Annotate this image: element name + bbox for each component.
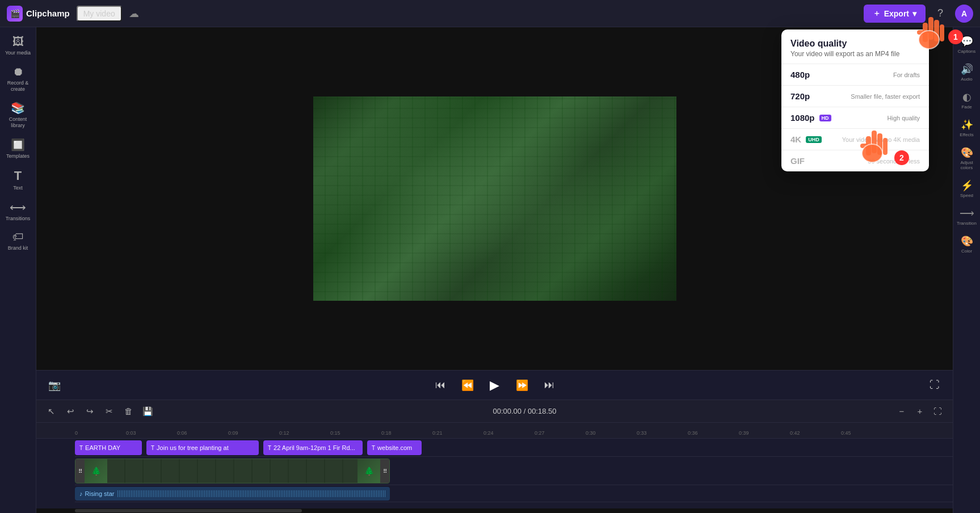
text-clip-icon-3: T: [268, 445, 271, 451]
your-media-icon: 🖼: [12, 35, 24, 48]
sidebar-item-captions[interactable]: 💬 Captions: [956, 32, 978, 57]
delete-tool-button[interactable]: 🗑: [120, 403, 136, 419]
sidebar-item-your-media[interactable]: 🖼 Your media: [2, 32, 34, 60]
player-controls: 📷 ⏮ ⏪ ▶ ⏩ ⏭ ⛶: [36, 370, 953, 400]
timeline-area: ↖ ↩ ↪ ✂ 🗑 💾 00:00.00 / 00:18.50 − + ⛶ 0: [36, 400, 953, 513]
export-4k-badge: UHD: [806, 136, 822, 143]
export-option-720p[interactable]: 720p Smaller file, faster export: [781, 85, 929, 107]
export-option-4k[interactable]: 4K UHD Your video has no 4K media: [781, 128, 929, 150]
ruler-tick-6: 0:06: [177, 430, 187, 436]
video-clip-main[interactable]: ⠿ 🌲 🌲 ⠿: [75, 459, 390, 483]
export-gif-label: GIF: [790, 156, 805, 166]
ruler-tick-3: 0:03: [126, 430, 136, 436]
video-track: ⠿ 🌲 🌲 ⠿: [75, 457, 953, 485]
text-clip-join-us[interactable]: T Join us for tree planting at: [146, 440, 259, 455]
video-title[interactable]: My video: [77, 6, 122, 22]
audio-clip-rising-star[interactable]: ♪ Rising star: [75, 487, 390, 501]
player-right-controls: ⛶: [926, 376, 944, 394]
audio-icon: ♪: [79, 490, 83, 497]
export-1080p-label: 1080p: [790, 113, 815, 123]
sidebar-item-effects[interactable]: ✨ Effects: [956, 115, 978, 141]
skip-back-button[interactable]: ⏮: [431, 376, 449, 394]
right-sidebar: 💬 Captions 🔊 Audio ◐ Fade ✨ Effects 🎨 Ad…: [953, 27, 980, 513]
export-button[interactable]: ＋ Export ▾: [864, 5, 926, 23]
timeline-tracks: T EARTH DAY T Join us for tree planting …: [36, 439, 953, 502]
content-library-icon: 📚: [11, 101, 25, 115]
sidebar-item-color[interactable]: 🎨 Color: [956, 232, 978, 257]
user-avatar[interactable]: A: [955, 5, 973, 23]
captions-label: Captions: [958, 49, 976, 54]
video-frame: [313, 96, 676, 301]
sidebar-item-fade[interactable]: ◐ Fade: [956, 87, 978, 113]
topbar: 🎬 Clipchamp My video ☁ ＋ Export ▾ ? A: [0, 0, 980, 27]
export-option-1080p[interactable]: 1080p HD High quality: [781, 107, 929, 128]
forward-button[interactable]: ⏩: [513, 376, 531, 394]
clip-handle-left[interactable]: ⠿: [75, 459, 85, 483]
rewind-button[interactable]: ⏪: [459, 376, 477, 394]
adjust-colors-icon: 🎨: [961, 146, 973, 159]
sidebar-item-brand-kit[interactable]: 🏷 Brand kit: [2, 227, 34, 255]
text-clip-website[interactable]: T website.com: [367, 440, 422, 455]
sidebar-item-content-library[interactable]: 📚 Content library: [2, 98, 34, 132]
ruler-tick-24: 0:24: [483, 430, 494, 436]
timeline-scroll[interactable]: [36, 508, 953, 513]
export-chevron-icon: ▾: [912, 9, 916, 18]
export-option-480p[interactable]: 480p For drafts: [781, 64, 929, 85]
help-button[interactable]: ?: [931, 5, 949, 23]
export-gif-note: 30 seconds or less: [868, 158, 920, 165]
sidebar-item-transitions[interactable]: ⟷ Transitions: [2, 197, 34, 225]
sidebar-item-label-record-create: Record & create: [7, 80, 29, 92]
ruler-tick-18: 0:18: [381, 430, 392, 436]
cut-tool-button[interactable]: ✂: [101, 403, 117, 419]
video-clip-thumb-1: 🌲: [85, 459, 107, 483]
export-option-480p-left: 480p: [790, 70, 810, 79]
app-name: Clipchamp: [26, 9, 70, 18]
undo-button[interactable]: ↩: [62, 403, 78, 419]
redo-button[interactable]: ↪: [82, 403, 98, 419]
zoom-out-button[interactable]: −: [894, 403, 910, 419]
tree-texture: [313, 96, 676, 301]
sidebar-item-record-create[interactable]: ⏺ Record & create: [2, 62, 34, 96]
export-480p-note: For drafts: [893, 72, 920, 78]
sidebar-item-speed[interactable]: ⚡ Speed: [956, 176, 978, 201]
timeline-ruler: 0 0:03 0:06 0:09 0:12 0:15 0:18 0:21 0:2…: [36, 423, 953, 439]
text-clip-icon-2: T: [151, 445, 154, 451]
sidebar-item-label-brand-kit: Brand kit: [8, 245, 28, 251]
transitions-icon: ⟷: [10, 200, 26, 214]
transition-label: Transition: [957, 221, 977, 226]
export-plus-icon: ＋: [873, 9, 881, 19]
export-480p-label: 480p: [790, 70, 810, 79]
sidebar-item-transition[interactable]: ⟶ Transition: [956, 204, 978, 229]
export-4k-label: 4K: [790, 134, 801, 144]
record-create-icon: ⏺: [12, 65, 24, 78]
export-4k-note: Your video has no 4K media: [842, 136, 920, 143]
ruler-tick-21: 0:21: [432, 430, 443, 436]
skip-forward-button[interactable]: ⏭: [540, 376, 558, 394]
ruler-tick-12: 0:12: [279, 430, 289, 436]
fade-label: Fade: [961, 104, 971, 110]
screenshot-button[interactable]: 📷: [45, 376, 64, 394]
sidebar-item-adjust-colors[interactable]: 🎨 Adjust colors: [956, 143, 978, 174]
expand-timeline-button[interactable]: ⛶: [930, 403, 946, 419]
sidebar-item-audio[interactable]: 🔊 Audio: [956, 60, 978, 85]
select-tool-button[interactable]: ↖: [43, 403, 59, 419]
save-tool-button[interactable]: 💾: [140, 403, 155, 419]
speed-icon: ⚡: [961, 179, 973, 192]
sidebar-item-label-content-library: Content library: [9, 116, 27, 129]
text-clip-date[interactable]: T 22 April 9am-12pm 1 Fir Rd...: [263, 440, 363, 455]
clip-handle-right[interactable]: ⠿: [380, 459, 389, 483]
export-option-1080p-left: 1080p HD: [790, 113, 831, 123]
fullscreen-button[interactable]: ⛶: [926, 376, 944, 394]
export-option-gif[interactable]: GIF 30 seconds or less: [781, 150, 929, 171]
app-logo[interactable]: 🎬 Clipchamp: [7, 6, 70, 22]
templates-icon: 🔲: [11, 138, 25, 152]
ruler-tick-9: 0:09: [228, 430, 238, 436]
video-clip-content: [107, 459, 357, 483]
sidebar-item-templates[interactable]: 🔲 Templates: [2, 134, 34, 163]
text-clip-earth-day[interactable]: T EARTH DAY: [75, 440, 142, 455]
audio-track: ♪ Rising star: [75, 485, 953, 502]
sidebar-item-text[interactable]: T Text: [2, 165, 34, 195]
play-button[interactable]: ▶: [486, 376, 504, 394]
zoom-in-button[interactable]: +: [912, 403, 928, 419]
timeline-scrollbar-thumb: [75, 509, 302, 512]
